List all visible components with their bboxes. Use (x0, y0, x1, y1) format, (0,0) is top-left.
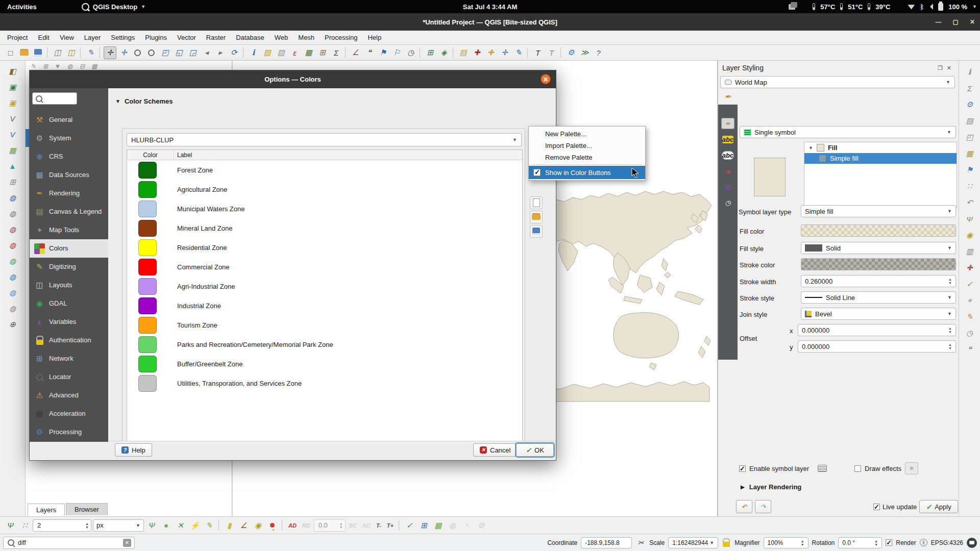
new-3d-map-view-icon[interactable]: ◈ (437, 46, 450, 59)
messages-icon[interactable] (967, 538, 977, 548)
dialog-close-button[interactable]: ✕ (541, 74, 551, 84)
gps-tracking-icon[interactable]: ◉ (252, 519, 264, 532)
offset-curve-icon[interactable]: ⚡ (188, 519, 201, 532)
toolbar-icon[interactable] (243, 47, 244, 58)
refresh-icon[interactable]: ⟳ (228, 46, 240, 59)
menu-item-show-in-color-buttons[interactable]: Show in Color Buttons (529, 166, 645, 179)
color-swatch[interactable] (138, 336, 157, 353)
toolbar-icon[interactable] (453, 47, 454, 58)
spin-down-icon[interactable]: ▼ (948, 330, 952, 334)
new-project-icon[interactable]: □ (4, 46, 17, 59)
fill-style-select[interactable]: Solid ▼ (801, 242, 956, 254)
add-wms-layer-icon[interactable]: ◍ (6, 255, 19, 267)
width-spinbox[interactable]: 2 ▲▼ (33, 519, 91, 532)
add-wfs-layer-icon[interactable]: ◍ (6, 286, 19, 299)
menu-item[interactable]: Plugins (140, 32, 172, 43)
cancel-button[interactable]: ✕ Cancel (473, 443, 517, 457)
text-smaller-icon[interactable]: T- (374, 519, 383, 532)
sidebar-item-acceleration[interactable]: ▩ Acceleration (30, 405, 108, 423)
messages-icon[interactable]: ❝ (964, 343, 976, 356)
data-defined-icon[interactable] (818, 465, 827, 472)
advanced-digitizing-icon[interactable]: ∷ (18, 519, 31, 532)
add-xyz-layer-icon[interactable]: ⊕ (6, 318, 19, 331)
style-dock-icon[interactable]: ✎ (964, 311, 976, 323)
fill-color-button[interactable] (801, 224, 956, 237)
dialog-titlebar[interactable]: Options — Colors ✕ (30, 70, 556, 88)
identify-features-icon[interactable]: ℹ (247, 46, 260, 59)
color-row[interactable]: Municipal Waters Zone (127, 199, 522, 218)
column-label[interactable]: Label (174, 150, 192, 160)
maximize-button[interactable]: ▢ (953, 18, 959, 26)
dialog-search-input[interactable] (32, 92, 77, 105)
sidebar-item-map-tools[interactable]: ⌖ Map Tools (30, 221, 108, 239)
reshape-feature-icon[interactable]: ✎ (203, 519, 215, 532)
toolbar-icon[interactable] (420, 47, 421, 58)
color-swatch[interactable] (138, 259, 157, 276)
offset-y-input[interactable]: 0.000000 ▲▼ (798, 340, 956, 353)
menu-item[interactable]: Processing (320, 32, 362, 43)
extents-icon[interactable]: ✂ (635, 538, 646, 548)
color-swatch[interactable] (138, 297, 157, 314)
color-swatch[interactable] (138, 317, 157, 334)
color-swatch[interactable] (138, 375, 157, 392)
measure-icon[interactable]: ∠ (349, 46, 362, 59)
render-checkbox[interactable] (886, 539, 892, 546)
color-row[interactable]: Tourism Zone (127, 315, 522, 335)
spin-up-icon[interactable]: ▲ (85, 522, 89, 525)
color-row[interactable]: Residential Zone (127, 238, 522, 257)
menu-item-new-palette[interactable]: New Palette... (529, 128, 645, 140)
app-menu-button[interactable]: QGIS Desktop ▼ (75, 3, 153, 11)
history-tab[interactable]: ◷ (721, 197, 734, 208)
geometry-check-icon[interactable]: ✓ (964, 278, 976, 290)
plugin-tool-c-icon[interactable]: ⚙ (475, 519, 487, 532)
draw-effects-checkbox[interactable] (854, 465, 861, 472)
spin-up-icon[interactable]: ▲ (874, 539, 878, 543)
copy-colors-button[interactable] (530, 196, 543, 209)
advanced-digitizing-panel-icon[interactable]: ∷ (964, 180, 976, 192)
menu-item[interactable]: Help (362, 32, 386, 43)
diagrams-tab[interactable]: ▥ (721, 181, 734, 192)
zoom-in-icon[interactable] (131, 46, 144, 59)
zoom-next-icon[interactable]: ▸ (214, 46, 227, 59)
stroke-color-button[interactable] (801, 258, 956, 270)
raster-tools-icon[interactable]: ▦ (432, 519, 445, 532)
color-swatch[interactable] (138, 220, 157, 237)
palette-select[interactable]: HLURB-CLUP ▼ (127, 133, 522, 146)
log-messages-icon[interactable]: ▦ (964, 147, 976, 160)
layer-select[interactable]: World Map ▼ (720, 76, 955, 88)
sidebar-item-locator[interactable]: Locator (30, 368, 108, 386)
open-attribute-table-icon[interactable]: ▦ (302, 46, 315, 59)
color-swatch[interactable] (138, 278, 157, 295)
tab-layers[interactable]: Layers (28, 504, 65, 516)
sidebar-item-gdal[interactable]: ◉ GDAL (30, 294, 108, 313)
color-swatch[interactable] (138, 201, 157, 217)
layer-order-icon[interactable]: ▤ (964, 115, 976, 127)
color-row[interactable]: Agri-Industrial Zone (127, 277, 522, 296)
color-row[interactable]: Buffer/Greenbelt Zone (127, 354, 522, 373)
toolbar-icon[interactable] (527, 47, 529, 58)
clock[interactable]: Sat Jul 4 3:44 AM (463, 3, 517, 11)
view-3d-tab[interactable]: ◈ (721, 165, 734, 177)
zoom-to-layer-icon[interactable]: ◲ (186, 46, 199, 59)
add-vector-layer-icon[interactable]: V (6, 128, 19, 141)
color-swatch[interactable] (138, 181, 157, 198)
color-swatch[interactable] (138, 162, 157, 179)
statistics-panel-icon[interactable]: Σ (964, 82, 976, 94)
ad-tool-icon[interactable]: AD (360, 519, 373, 532)
enable-symbol-layer-checkbox[interactable] (739, 465, 746, 472)
data-source-manager-icon[interactable]: ◧ (6, 65, 19, 78)
color-swatch[interactable] (138, 356, 157, 372)
clear-search-icon[interactable]: ✕ (123, 539, 131, 547)
column-color[interactable]: Color (127, 150, 174, 160)
scale-select[interactable]: 1:162482944 ▼ (668, 537, 718, 548)
add-mssql-layer-icon[interactable]: ◍ (6, 223, 19, 236)
temporal-panel-icon[interactable]: ◷ (964, 327, 976, 339)
symbology-tab[interactable]: ✒ (721, 118, 734, 129)
color-schemes-header[interactable]: ▼ Color Schemes (115, 97, 173, 105)
spin-down-icon[interactable]: ▼ (85, 525, 89, 529)
zoom-to-selection-icon[interactable]: ◱ (173, 46, 185, 59)
style-manager-icon[interactable]: ✎ (84, 46, 97, 59)
activities-button[interactable]: Activities (0, 3, 44, 11)
magnifier-spinbox[interactable]: 100% ▲▼ (764, 537, 808, 548)
color-row[interactable]: Utilities, Transporation, and Services Z… (127, 373, 522, 393)
